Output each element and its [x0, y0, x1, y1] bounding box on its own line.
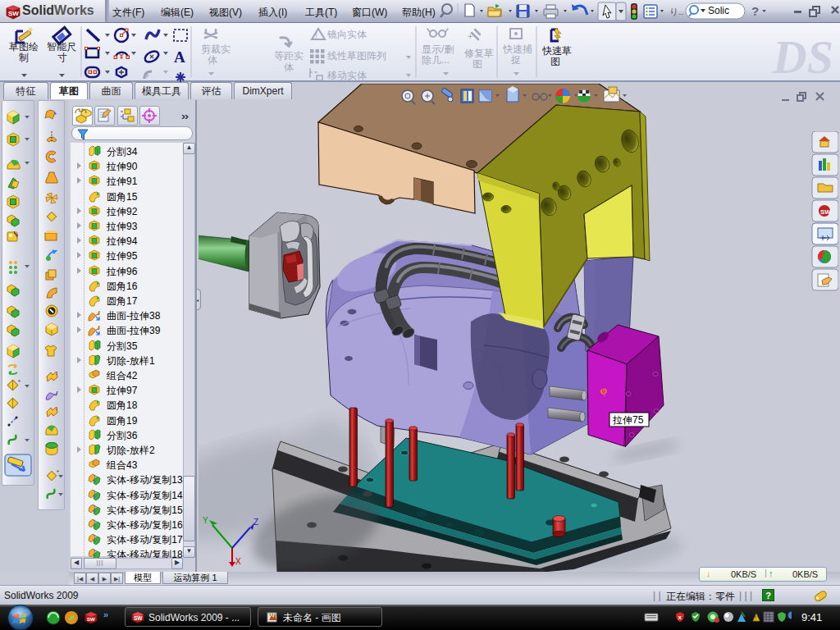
svg-text:快速捕: 快速捕 [502, 43, 532, 55]
svg-text:*: * [57, 468, 59, 476]
svg-text:智能尺: 智能尺 [47, 41, 76, 52]
svg-text:+: + [468, 31, 472, 41]
svg-text:制: 制 [19, 52, 29, 63]
svg-text:移动实体: 移动实体 [327, 70, 367, 81]
svg-text:x: x [678, 614, 682, 621]
svg-text:SW: SW [820, 208, 831, 216]
svg-text:线性草图阵列: 线性草图阵列 [327, 50, 386, 62]
svg-text:Solic: Solic [708, 5, 729, 16]
svg-text:修复草: 修复草 [464, 48, 494, 59]
svg-text:Z: Z [253, 518, 258, 527]
svg-text:SW: SW [87, 617, 95, 622]
svg-text:体: 体 [284, 62, 294, 73]
svg-text:剪裁实: 剪裁实 [201, 43, 231, 55]
svg-text:SW: SW [8, 10, 19, 17]
svg-text:A: A [174, 48, 185, 66]
svg-text:快速草: 快速草 [541, 45, 572, 57]
svg-text:り..: り.. [669, 7, 683, 16]
svg-text:!: ! [756, 615, 757, 621]
svg-text:显示/删: 显示/删 [422, 43, 454, 55]
svg-text:X: X [235, 557, 241, 566]
svg-text:体: 体 [208, 54, 217, 66]
svg-text:草图绘: 草图绘 [9, 41, 39, 52]
svg-text:捉: 捉 [510, 54, 521, 66]
svg-text:图: 图 [550, 56, 560, 67]
svg-text:拉伸75: 拉伸75 [612, 414, 644, 426]
svg-text:?: ? [751, 4, 759, 18]
svg-text:镜向实体: 镜向实体 [326, 29, 367, 40]
svg-text:等距实: 等距实 [274, 50, 304, 62]
svg-text:除几...: 除几... [422, 54, 450, 66]
svg-text:»: » [103, 610, 108, 619]
svg-text:寸: 寸 [57, 52, 67, 63]
svg-text:图: 图 [472, 58, 482, 70]
svg-text:SW: SW [134, 615, 143, 621]
svg-text:*: * [18, 378, 21, 386]
svg-text:!: ! [315, 31, 317, 40]
svg-text:Y: Y [203, 516, 208, 525]
